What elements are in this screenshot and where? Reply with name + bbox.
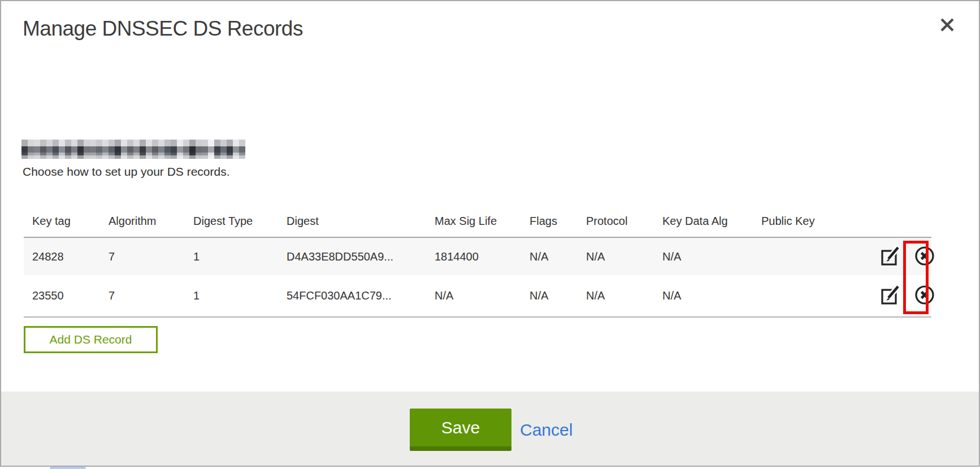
edit-icon [880,246,900,266]
delete-icon [914,284,935,306]
ds-records-table: Key tag Algorithm Digest Type Digest Max… [24,206,931,318]
col-header-flags: Flags [521,206,578,237]
col-header-digest: Digest [278,206,426,237]
page: Manage DNSSEC DS Records Choose how to s… [0,0,980,469]
cell-max-sig-life: N/A [426,275,521,317]
col-header-public-key: Public Key [753,206,871,237]
cell-actions [871,275,931,317]
close-icon [938,16,956,34]
col-header-actions [871,206,931,237]
delete-icon [914,245,935,267]
edit-record-button[interactable] [880,246,900,268]
cell-flags: N/A [521,237,578,275]
col-header-key-data-alg: Key Data Alg [654,206,753,237]
col-header-protocol: Protocol [578,206,654,237]
cell-public-key [753,237,871,275]
modal-footer: Save Cancel [1,392,979,466]
cell-key-data-alg: N/A [654,237,753,275]
background-artifact [50,467,86,469]
cell-algorithm: 7 [100,237,185,275]
close-button[interactable] [935,12,960,37]
cell-digest: 54FCF030AA1C79... [278,275,426,317]
instruction-text: Choose how to set up your DS records. [23,165,230,179]
delete-record-button[interactable] [914,245,935,268]
cell-key-tag: 24828 [24,237,100,275]
cell-actions [871,237,931,275]
background-page-fragment [0,467,980,469]
save-button[interactable]: Save [410,409,511,451]
col-header-key-tag: Key tag [24,206,100,237]
cell-flags: N/A [521,275,578,317]
add-ds-record-button[interactable]: Add DS Record [24,326,158,353]
edit-icon [880,285,900,305]
cell-key-tag: 23550 [24,275,100,317]
modal-title: Manage DNSSEC DS Records [23,17,303,41]
delete-record-button[interactable] [914,284,935,307]
cell-digest: D4A33E8DD550A9... [278,237,426,275]
col-header-max-sig-life: Max Sig Life [426,206,521,237]
redacted-domain-name [21,140,245,159]
dnssec-ds-records-modal: Manage DNSSEC DS Records Choose how to s… [0,0,980,467]
table-row: 23550 7 1 54FCF030AA1C79... N/A N/A N/A … [24,275,931,317]
cell-algorithm: 7 [100,275,185,317]
cell-protocol: N/A [578,275,654,317]
cancel-link[interactable]: Cancel [520,409,573,451]
edit-record-button[interactable] [880,285,900,307]
cell-protocol: N/A [578,237,654,275]
col-header-digest-type: Digest Type [185,206,278,237]
cell-key-data-alg: N/A [654,275,753,317]
cell-digest-type: 1 [185,237,278,275]
col-header-algorithm: Algorithm [100,206,185,237]
cell-public-key [753,275,871,317]
table-header-row: Key tag Algorithm Digest Type Digest Max… [24,206,931,237]
cell-max-sig-life: 1814400 [426,237,521,275]
cell-digest-type: 1 [185,275,278,317]
table-row: 24828 7 1 D4A33E8DD550A9... 1814400 N/A … [24,237,931,275]
